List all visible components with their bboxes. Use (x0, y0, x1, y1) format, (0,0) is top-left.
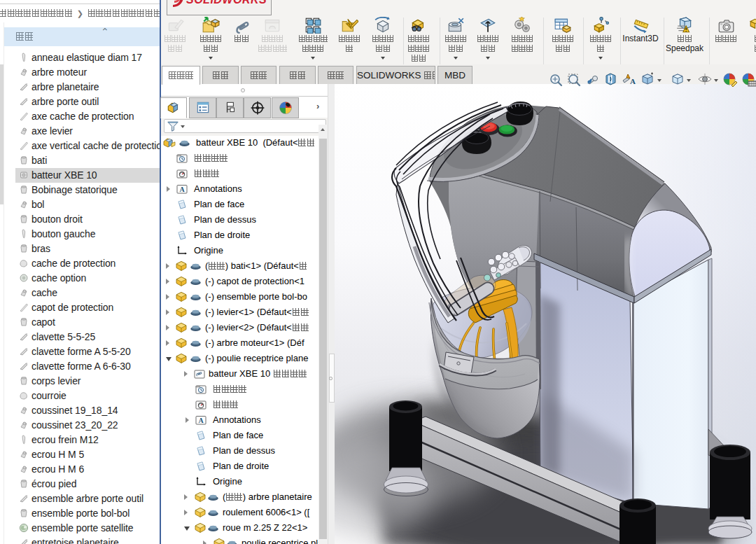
svg-text:A: A (630, 77, 636, 85)
